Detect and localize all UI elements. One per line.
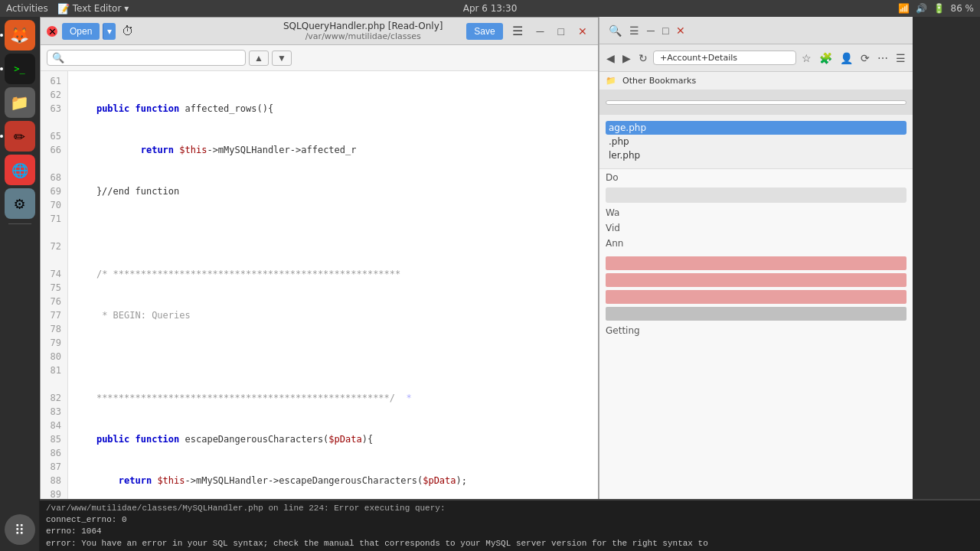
url-text: +Account+Details bbox=[660, 53, 737, 63]
browser-star-button[interactable]: ☆ bbox=[799, 51, 814, 66]
chevron-down-icon: ▾ bbox=[124, 3, 129, 14]
text-editor-label: 📝 Text Editor ▾ bbox=[57, 3, 129, 15]
terminal-error-msg: error: You have an error in your SQL syn… bbox=[46, 538, 974, 549]
terminal-path-line: /var/www/mutilidae/classes/MySQLHandler.… bbox=[46, 504, 974, 513]
browser-nav: 🔍 ☰ ─ □ ✕ bbox=[606, 23, 688, 38]
search-icon: 🔍 bbox=[52, 52, 64, 64]
section-ann: Ann bbox=[606, 238, 906, 249]
browser-content: age.php .php ler.php Do Wa Vid Ann Getti… bbox=[599, 90, 913, 533]
status-item-4 bbox=[606, 307, 906, 321]
browser-overflow-button[interactable]: ⋯ bbox=[875, 51, 890, 66]
file-list-item[interactable]: age.php bbox=[606, 121, 906, 135]
browser-settings-button[interactable]: ☰ bbox=[893, 51, 908, 66]
editor-toolbar: Open ▾ ⏱ bbox=[62, 21, 260, 41]
activities-button[interactable]: Activities bbox=[6, 3, 48, 14]
window-controls: ✕ bbox=[47, 26, 57, 37]
browser-back-button[interactable]: ◀ bbox=[604, 51, 617, 66]
browser-maximize-button[interactable]: □ bbox=[659, 23, 671, 38]
status-item-2 bbox=[606, 273, 906, 287]
editor-content: 61 62 63 65 66 68 69 70 71 72 74 75 76 7… bbox=[41, 71, 598, 532]
file-list-panel: age.php .php ler.php bbox=[599, 115, 913, 169]
open-button[interactable]: Open bbox=[62, 23, 100, 40]
chrome-icon[interactable]: 🌐 bbox=[5, 155, 35, 185]
browser-search-button[interactable]: 🔍 bbox=[606, 23, 625, 38]
text-editor-icon: 📝 bbox=[57, 3, 70, 15]
browser-menu-button[interactable]: ☰ bbox=[626, 23, 642, 38]
search-input-wrap[interactable]: 🔍 bbox=[47, 50, 246, 66]
browser-minimize-button[interactable]: ─ bbox=[644, 23, 658, 38]
terminal-panel: /var/www/mutilidae/classes/MySQLHandler.… bbox=[40, 499, 980, 551]
line-numbers: 61 62 63 65 66 68 69 70 71 72 74 75 76 7… bbox=[41, 71, 68, 532]
battery-percent: 86 % bbox=[951, 3, 975, 14]
section-wa: Wa bbox=[606, 207, 906, 218]
hamburger-menu-button[interactable]: ☰ bbox=[508, 21, 528, 41]
browser-profile-button[interactable]: 👤 bbox=[838, 51, 855, 66]
file-list-item[interactable]: ler.php bbox=[606, 148, 906, 162]
battery-icon: 🔋 bbox=[933, 3, 945, 14]
terminal-icon[interactable]: >_ bbox=[5, 54, 35, 84]
browser-extensions-button[interactable]: 🧩 bbox=[817, 51, 835, 66]
sound-icon: 🔊 bbox=[916, 3, 927, 14]
apps-button[interactable]: ⠿ bbox=[5, 514, 35, 545]
browser-url-bar[interactable]: +Account+Details bbox=[653, 51, 796, 65]
editor-window: ✕ Open ▾ ⏱ SQLQueryHandler.php [Read-Onl… bbox=[40, 17, 599, 551]
section-do: Do bbox=[606, 172, 906, 183]
search-bar: 🔍 ▲ ▼ bbox=[41, 45, 598, 71]
editor-title: SQLQueryHandler.php [Read-Only] /var/www… bbox=[264, 21, 462, 41]
system-datetime: Apr 6 13:30 bbox=[463, 3, 518, 14]
close-window-button[interactable]: ✕ bbox=[573, 24, 592, 39]
browser-reload-button[interactable]: ↻ bbox=[636, 51, 650, 66]
minimize-button[interactable]: ─ bbox=[532, 24, 549, 39]
save-button[interactable]: Save bbox=[466, 23, 502, 40]
browser-bookmarks-bar: 📁 Other Bookmarks bbox=[599, 72, 913, 90]
code-content[interactable]: public function affected_rows(){ return … bbox=[68, 71, 598, 532]
settings-icon[interactable]: ⚙ bbox=[5, 188, 35, 219]
firefox-icon[interactable]: 🦊 bbox=[5, 20, 35, 51]
section-getting: Getting bbox=[606, 325, 906, 336]
file-list-item[interactable]: .php bbox=[606, 135, 906, 148]
browser-sync-button[interactable]: ⟳ bbox=[858, 51, 872, 66]
terminal-errno: connect_errno: 0 bbox=[46, 514, 974, 526]
status-item-1 bbox=[606, 256, 906, 270]
close-button[interactable]: ✕ bbox=[47, 26, 57, 37]
browser-window: 🔍 ☰ ─ □ ✕ ◀ ▶ ↻ +Account+Details ☆ 🧩 👤 ⟳… bbox=[599, 17, 913, 551]
recent-files-button[interactable]: ⏱ bbox=[119, 21, 137, 41]
dock: 🦊 >_ 📁 ✏️ 🌐 ⚙ ⠿ bbox=[0, 17, 40, 551]
files-icon[interactable]: 📁 bbox=[5, 87, 35, 118]
search-next-button[interactable]: ▼ bbox=[272, 51, 292, 66]
browser-titlebar: 🔍 ☰ ─ □ ✕ bbox=[599, 17, 913, 44]
other-bookmarks[interactable]: Other Bookmarks bbox=[622, 76, 696, 86]
browser-close-button[interactable]: ✕ bbox=[673, 23, 688, 38]
search-prev-button[interactable]: ▲ bbox=[249, 51, 269, 66]
bookmarks-folder-icon: 📁 bbox=[606, 76, 616, 86]
section-do-content bbox=[606, 187, 906, 203]
section-vid: Vid bbox=[606, 223, 906, 233]
open-arrow-button[interactable]: ▾ bbox=[103, 23, 116, 40]
status-item-3 bbox=[606, 290, 906, 304]
terminal-error-num: errno: 1064 bbox=[46, 526, 974, 537]
browser-forward-button[interactable]: ▶ bbox=[620, 51, 633, 66]
gedit-icon[interactable]: ✏️ bbox=[5, 121, 35, 152]
search-input[interactable] bbox=[67, 53, 240, 64]
network-icon: 📶 bbox=[898, 3, 910, 14]
editor-titlebar: ✕ Open ▾ ⏱ SQLQueryHandler.php [Read-Onl… bbox=[41, 18, 598, 45]
maximize-button[interactable]: □ bbox=[554, 24, 569, 39]
